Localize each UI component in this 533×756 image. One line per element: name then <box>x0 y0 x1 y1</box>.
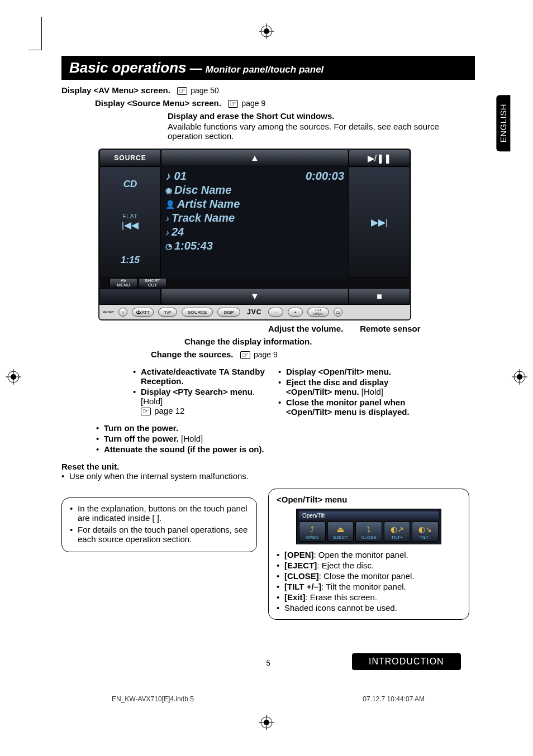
eject-button[interactable]: ⏏EJECT <box>327 521 354 542</box>
registration-mark-left <box>6 369 21 387</box>
right-side-panel[interactable]: ▶▶| <box>349 166 410 278</box>
page-title-bar: Basic operations — Monitor panel/touch p… <box>61 56 475 80</box>
registration-mark-top <box>259 23 274 41</box>
open-tilt-panel-title: Open/Tilt <box>299 511 439 520</box>
disp-button[interactable]: DISP <box>217 308 240 317</box>
crop-mark <box>28 17 42 50</box>
up-button[interactable]: ▲ <box>161 150 349 166</box>
close-panel-icon: ⤵ <box>367 525 370 534</box>
footer-filename: EN_KW-AVX710[E]4.indb 5 <box>112 695 194 703</box>
open-tilt-panel-mock: Open/Tilt ⤴OPEN ⏏EJECT ⤵CLOSE ◐↗TILT+ ◐↘… <box>296 509 441 544</box>
tilt-plus-button[interactable]: ◐↗TILT+ <box>384 521 411 542</box>
elapsed-time: 0:00:03 <box>306 170 344 183</box>
callout-shortcut-head: Display and erase the Short Cut windows. <box>168 111 475 121</box>
callout-display-info: Change the display information. <box>184 337 475 346</box>
total-time: 1:05:43 <box>174 240 213 252</box>
callout-source-menu: Display <Source Menu> screen. ☞ page 9 <box>95 98 475 108</box>
next-track-icon: ▶▶| <box>371 217 388 228</box>
open-button[interactable]: ⤴OPEN <box>299 521 326 542</box>
play-pause-button[interactable]: ▶/❚❚ <box>349 150 410 166</box>
track-icon: ♪ <box>165 214 169 223</box>
open-icon: ⤴ <box>310 525 314 534</box>
svg-point-11 <box>517 374 522 380</box>
svg-point-15 <box>264 720 269 725</box>
tp-button[interactable]: T/P <box>158 308 177 317</box>
disc-name: Disc Name <box>174 184 231 197</box>
eject-icon: ⏏ <box>337 525 344 534</box>
hw-source-button[interactable]: SOURCE <box>182 308 213 317</box>
open-tilt-menu-box: <Open/Tilt> menu Open/Tilt ⤴OPEN ⏏EJECT … <box>268 489 469 620</box>
stop-icon: ■ <box>377 291 382 302</box>
registration-mark-right <box>512 369 527 387</box>
title-sub: Monitor panel/touch panel <box>206 64 324 75</box>
down-button[interactable]: ▼ <box>161 288 349 305</box>
registration-mark-bottom <box>259 715 274 733</box>
power-button-functions: •Turn on the power. •Turn off the power.… <box>96 423 475 454</box>
tilt-minus-icon: ◐↘ <box>418 525 432 534</box>
pointer-icon: ☞ <box>177 87 187 95</box>
av-menu-tab[interactable]: AV MENU <box>110 278 137 288</box>
ref-page: page 9 <box>241 99 265 108</box>
tilt-plus-icon: ◐↗ <box>391 525 404 534</box>
svg-point-3 <box>264 28 269 34</box>
track-number: 01 <box>174 170 187 182</box>
clock-icon: ◔ <box>165 242 172 251</box>
open-tilt-heading: <Open/Tilt> menu <box>277 495 461 504</box>
source-indicator: CD <box>123 179 137 190</box>
remote-sensor-window: ▭ <box>334 308 342 317</box>
clock-display: 1:15 <box>121 255 140 266</box>
eq-label: FLAT <box>122 213 139 219</box>
source-button[interactable]: SOURCE <box>99 150 161 166</box>
callout-source-menu-text: Display <Source Menu> screen. <box>95 98 221 108</box>
close-button[interactable]: ⤵CLOSE <box>355 521 382 542</box>
note-icon: ♪ <box>165 228 169 237</box>
tp-button-functions: •Activate/deactivate TA Standby Receptio… <box>133 367 267 418</box>
callout-av-menu-text: Display <AV Menu> screen. <box>61 85 170 95</box>
pointer-icon: ☞ <box>228 100 238 108</box>
up-arrow-icon: ▲ <box>250 153 259 163</box>
callout-av-menu: Display <AV Menu> screen. ☞ page 50 <box>61 85 475 95</box>
jvc-logo: JVC <box>247 308 261 316</box>
track-name: Track Name <box>172 212 235 224</box>
footer-metadata: EN_KW-AVX710[E]4.indb 5 07.12.7 10:44:07… <box>112 695 425 703</box>
down-arrow-icon: ▼ <box>250 291 259 302</box>
ref-page: page 9 <box>254 350 278 359</box>
callout-volume: Adjust the volume. <box>268 324 343 333</box>
tilt-button-functions: •Display <Open/Tilt> menu. •Eject the di… <box>278 367 423 418</box>
reset-button[interactable]: ○ <box>118 308 127 317</box>
page-number: 5 <box>266 659 270 667</box>
artist-icon: 👤 <box>165 200 175 209</box>
section-tab: INTRODUCTION <box>352 653 461 670</box>
stop-button[interactable]: ■ <box>349 288 410 305</box>
prev-track-icon: |◀◀ <box>122 219 139 231</box>
explanation-note-box: •In the explanation, buttons on the touc… <box>61 497 257 552</box>
note-icon: ♪ <box>165 170 171 182</box>
short-cut-tab[interactable]: SHORT CUT <box>139 278 166 288</box>
language-tab: ENGLISH <box>496 95 510 151</box>
callout-shortcut-body: Available functions vary among the sourc… <box>168 122 469 141</box>
reset-block: Reset the unit. •Use only when the inter… <box>61 462 475 481</box>
power-att-button[interactable]: ⏻/ATT <box>132 308 154 317</box>
ref-page: page 50 <box>191 86 219 95</box>
left-side-panel[interactable]: CD FLAT |◀◀ 1:15 <box>99 166 161 278</box>
pointer-icon: ☞ <box>141 408 151 415</box>
tilt-minus-button[interactable]: ◐↘TILT– <box>412 521 439 542</box>
artist-name: Artist Name <box>177 198 240 210</box>
tilt-open-button[interactable]: TILT OPEN <box>307 308 329 317</box>
device-mock: SOURCE ▲ ▶/❚❚ CD FLAT |◀◀ 1:15 ♪ 01 0:00… <box>98 149 411 320</box>
volume-up-button[interactable]: + <box>288 308 303 317</box>
bottom-left-spacer <box>99 288 161 305</box>
volume-down-button[interactable]: – <box>268 308 283 317</box>
pointer-icon: ☞ <box>240 351 250 359</box>
center-display[interactable]: ♪ 01 0:00:03 ◉Disc Name 👤Artist Name ♪Tr… <box>161 166 349 278</box>
svg-point-7 <box>11 374 16 380</box>
title-main: Basic operations <box>69 59 187 76</box>
reset-heading: Reset the unit. <box>61 462 475 471</box>
callout-remote-sensor: Remote sensor <box>360 324 420 333</box>
title-dash: — <box>187 61 206 75</box>
reset-label: RESET <box>103 310 114 314</box>
hardware-button-strip: RESET ○ ⏻/ATT T/P SOURCE DISP JVC – + TI… <box>99 305 410 319</box>
play-pause-icon: ▶/❚❚ <box>368 153 391 164</box>
disc-icon: ◉ <box>165 186 172 195</box>
callout-change-sources: Change the sources. ☞ page 9 <box>151 350 475 359</box>
